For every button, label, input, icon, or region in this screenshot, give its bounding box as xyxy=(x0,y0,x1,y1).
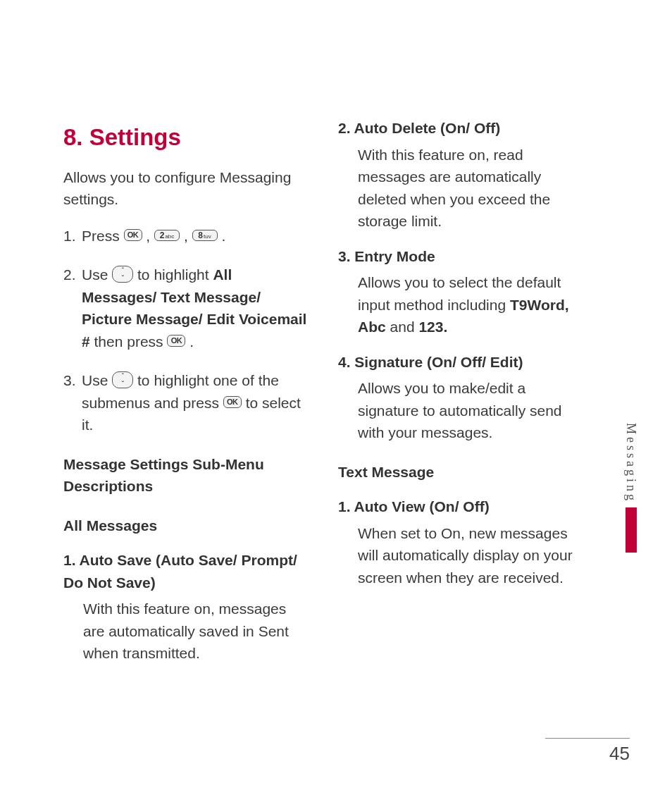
comma: , xyxy=(146,228,154,244)
step-number: 2. xyxy=(63,264,82,352)
period: . xyxy=(189,333,194,350)
step-2: 2. Use ˆˇ to highlight All Messages/ Tex… xyxy=(63,264,310,352)
auto-delete-body: With this feature on, read messages are … xyxy=(358,144,585,233)
intro-text: Allows you to configure Messaging settin… xyxy=(63,166,310,211)
bold: 123. xyxy=(418,319,447,335)
entry-mode-title: 3. Entry Mode xyxy=(338,245,585,268)
step-number: 3. xyxy=(63,369,82,436)
right-column: 2. Auto Delete (On/ Off) With this featu… xyxy=(338,113,585,677)
ok-key-icon: OK xyxy=(223,396,242,408)
footer-rule xyxy=(545,738,630,739)
page-footer: 45 xyxy=(545,738,630,765)
all-messages-heading: All Messages xyxy=(63,515,310,537)
step-number: 1. xyxy=(63,225,82,247)
step-1: 1. Press OK , 2abc , 8tuv . xyxy=(63,225,310,247)
manual-page: 8. Settings Allows you to configure Mess… xyxy=(0,0,672,807)
text: Use xyxy=(82,266,112,283)
eight-key-icon: 8tuv xyxy=(192,230,218,241)
comma: , xyxy=(184,228,192,244)
text-message-heading: Text Message xyxy=(338,461,585,483)
text: to highlight xyxy=(137,266,213,283)
entry-mode-body: Allows you to select the default input m… xyxy=(358,271,585,338)
step-body: Use ˆˇ to highlight one of the submenus … xyxy=(82,369,310,436)
signature-title: 4. Signature (On/ Off/ Edit) xyxy=(338,351,585,374)
side-tab-marker xyxy=(626,507,637,553)
submenu-descriptions-heading: Message Settings Sub-Menu Descriptions xyxy=(63,453,310,498)
text: Use xyxy=(82,372,112,388)
step-3: 3. Use ˆˇ to highlight one of the submen… xyxy=(63,369,310,436)
ok-key-icon: OK xyxy=(124,229,142,241)
text: Press xyxy=(82,228,124,244)
content-columns: 8. Settings Allows you to configure Mess… xyxy=(63,113,602,677)
auto-delete-title: 2. Auto Delete (On/ Off) xyxy=(338,117,585,140)
two-key-icon: 2abc xyxy=(154,230,180,241)
text: then press xyxy=(94,333,168,350)
ok-key-icon: OK xyxy=(167,335,185,347)
auto-view-body: When set to On, new messages will automa… xyxy=(358,522,585,589)
side-tab-label: Messaging xyxy=(623,423,638,503)
page-number: 45 xyxy=(545,743,630,765)
signature-body: Allows you to make/edit a signature to a… xyxy=(358,377,585,444)
period: . xyxy=(221,228,225,244)
step-body: Use ˆˇ to highlight All Messages/ Text M… xyxy=(82,264,310,352)
nav-key-icon: ˆˇ xyxy=(112,266,133,283)
left-column: 8. Settings Allows you to configure Mess… xyxy=(63,113,310,677)
auto-save-body: With this feature on, messages are autom… xyxy=(83,598,310,665)
step-body: Press OK , 2abc , 8tuv . xyxy=(82,225,310,247)
nav-key-icon: ˆˇ xyxy=(112,371,133,388)
section-title: 8. Settings xyxy=(63,120,310,155)
side-tab: Messaging xyxy=(623,423,638,553)
text: and xyxy=(390,319,419,335)
auto-save-title: 1. Auto Save (Auto Save/ Prompt/ Do Not … xyxy=(63,549,310,593)
auto-view-title: 1. Auto View (On/ Off) xyxy=(338,495,585,518)
